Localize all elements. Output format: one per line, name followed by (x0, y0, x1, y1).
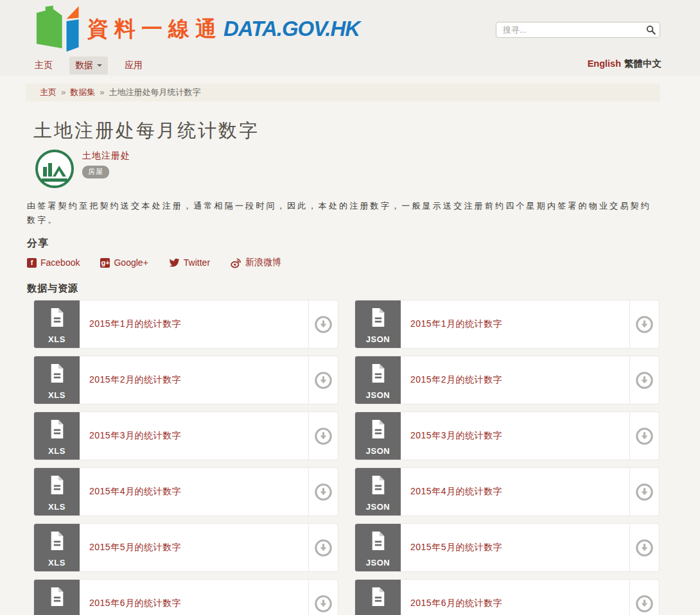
share-link[interactable]: g+Google+ (100, 257, 148, 268)
download-button[interactable] (309, 468, 338, 515)
resource-title-link[interactable]: 2015年3月的统计数字 (80, 412, 309, 460)
share-link[interactable]: Twitter (169, 257, 210, 268)
language-link[interactable]: 繁體中文 (624, 58, 661, 69)
format-label: JSON (366, 446, 390, 456)
resource-title-link[interactable]: 2015年1月的统计数字 (401, 300, 630, 348)
resource-format-badge[interactable]: JSON (355, 524, 401, 571)
resource-title-link[interactable]: 2015年4月的统计数字 (80, 468, 309, 515)
download-icon (314, 427, 333, 446)
resource-format-badge[interactable]: XLS (34, 356, 80, 404)
resource-row: XLS2015年5月的统计数字 (33, 523, 338, 572)
resource-row: XLS2015年1月的统计数字 (33, 300, 338, 349)
download-button[interactable] (309, 580, 338, 615)
file-icon (49, 475, 66, 495)
resource-format-badge[interactable]: XLS (34, 412, 80, 460)
format-label: XLS (48, 390, 66, 400)
resource-row: XLS2015年2月的统计数字 (33, 356, 338, 404)
breadcrumb-item: 土地注册处每月统计数字 (109, 87, 200, 97)
land-registry-logo-icon (35, 149, 74, 189)
share-link[interactable]: fFacebook (27, 257, 80, 268)
download-button[interactable] (630, 356, 659, 404)
breadcrumb-item[interactable]: 数据集 (70, 87, 95, 97)
download-icon (314, 315, 333, 334)
download-button[interactable] (309, 300, 338, 348)
organization-link[interactable]: 土地注册处 (82, 150, 130, 162)
nav-item[interactable]: 应用 (123, 56, 144, 74)
resource-title-link[interactable]: 2015年4月的统计数字 (401, 468, 630, 515)
share-link-label: Facebook (40, 257, 80, 268)
resource-format-badge[interactable]: JSON (355, 300, 401, 348)
download-icon (314, 539, 333, 557)
share-link-label: Google+ (114, 257, 148, 268)
breadcrumb-item[interactable]: 主页 (40, 87, 57, 97)
download-button[interactable] (630, 580, 659, 615)
language-link[interactable]: English (588, 58, 621, 69)
resource-title-link[interactable]: 2015年2月的统计数字 (401, 356, 630, 404)
file-icon (370, 475, 387, 495)
download-button[interactable] (630, 524, 659, 571)
resource-row: JSON2015年6月的统计数字 (354, 579, 660, 615)
brand-logo[interactable]: 資料一線通 DATA.GOV.HK (32, 3, 360, 55)
nav-item[interactable]: 数据 (69, 56, 108, 74)
resource-title-link[interactable]: 2015年5月的统计数字 (401, 524, 630, 571)
resource-title-link[interactable]: 2015年6月的统计数字 (401, 580, 630, 615)
download-icon (314, 371, 333, 390)
resource-format-badge[interactable]: JSON (355, 468, 401, 515)
resource-format-badge[interactable]: XLS (34, 524, 80, 571)
format-label: JSON (366, 334, 390, 344)
file-icon (370, 419, 387, 439)
download-icon (635, 371, 654, 390)
datagovhk-logo-icon (32, 3, 81, 55)
format-label: XLS (48, 502, 66, 512)
resource-row: JSON2015年4月的统计数字 (354, 467, 660, 516)
facebook-icon: f (27, 258, 37, 268)
resource-format-badge[interactable]: XLS (34, 468, 80, 515)
resource-row: XLS2015年6月的统计数字 (33, 579, 338, 615)
search-input[interactable] (496, 22, 660, 38)
resource-row: JSON2015年2月的统计数字 (354, 356, 660, 404)
brand-title-latin: DATA.GOV.HK (223, 17, 360, 41)
resource-format-badge[interactable]: XLS (34, 300, 80, 348)
resource-row: XLS2015年3月的统计数字 (33, 411, 338, 460)
main-content: 土地注册处每月统计数字 土地注册处 房屋 由签署契约至把契约送交本处注册，通常相… (0, 118, 700, 615)
share-heading: 分享 (27, 237, 700, 250)
resource-column-xls: XLS2015年1月的统计数字XLS2015年2月的统计数字XLS2015年3月… (33, 300, 338, 615)
share-links: fFacebookg+Google+Twitter新浪微博 (27, 257, 700, 268)
resource-title-link[interactable]: 2015年6月的统计数字 (80, 580, 309, 615)
format-label: XLS (48, 558, 66, 567)
search-icon[interactable] (646, 25, 656, 35)
download-icon (635, 594, 654, 613)
download-button[interactable] (309, 524, 338, 571)
resource-title-link[interactable]: 2015年5月的统计数字 (80, 524, 309, 571)
resource-format-badge[interactable]: JSON (355, 580, 401, 615)
search-bar (496, 22, 660, 38)
download-icon (314, 594, 333, 613)
resource-title-link[interactable]: 2015年1月的统计数字 (80, 300, 309, 348)
file-icon (49, 531, 66, 551)
download-button[interactable] (309, 356, 338, 404)
download-button[interactable] (630, 300, 659, 348)
resources-heading: 数据与资源 (27, 282, 700, 295)
file-icon (49, 363, 66, 383)
resource-column-json: JSON2015年1月的统计数字JSON2015年2月的统计数字JSON2015… (354, 300, 660, 615)
resource-format-badge[interactable]: JSON (355, 412, 401, 460)
file-icon (370, 308, 387, 327)
resource-title-link[interactable]: 2015年2月的统计数字 (80, 356, 309, 404)
download-button[interactable] (309, 412, 338, 460)
download-icon (635, 427, 654, 446)
download-button[interactable] (630, 468, 659, 515)
download-icon (635, 539, 654, 557)
share-link[interactable]: 新浪微博 (231, 257, 281, 268)
share-link-label: 新浪微博 (245, 257, 281, 268)
googleplus-icon: g+ (100, 258, 110, 268)
format-label: XLS (48, 334, 66, 344)
file-icon (49, 308, 66, 327)
file-icon (49, 587, 66, 607)
resource-title-link[interactable]: 2015年3月的统计数字 (401, 412, 630, 460)
resource-format-badge[interactable]: JSON (355, 356, 401, 404)
resource-format-badge[interactable]: XLS (34, 580, 80, 615)
nav-item[interactable]: 主页 (33, 56, 54, 74)
download-button[interactable] (630, 412, 659, 460)
resource-row: JSON2015年3月的统计数字 (354, 411, 660, 460)
chevron-down-icon (97, 64, 102, 67)
